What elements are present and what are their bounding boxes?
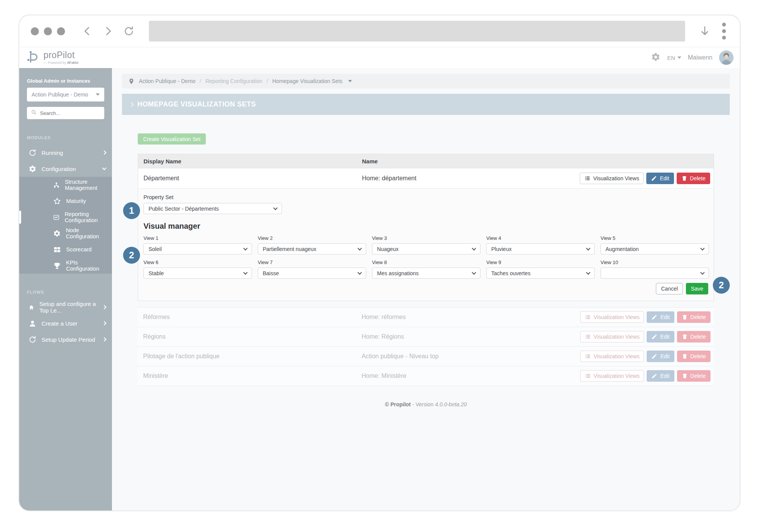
search-icon <box>31 109 37 117</box>
footer-version: 4.0.0-beta.20 <box>435 401 467 407</box>
save-button[interactable]: Save <box>686 283 708 294</box>
powered-by: — Powered by dFakto <box>43 61 78 65</box>
chevron-down-icon[interactable] <box>348 80 352 82</box>
window-dot-icon[interactable] <box>57 27 65 35</box>
chevron-down-icon <box>677 57 681 59</box>
instance-select[interactable]: Action Publique - Demo <box>27 88 104 101</box>
view-8-select[interactable]: Mes assignations <box>372 268 480 279</box>
breadcrumb-item[interactable]: Action Publique - Demo <box>139 78 195 84</box>
edit-button-disabled: Edit <box>647 351 674 362</box>
breadcrumb-item[interactable]: Homepage Visualization Sets <box>272 78 343 84</box>
settings-gear-icon[interactable] <box>651 52 661 63</box>
breadcrumb-separator: / <box>267 78 268 84</box>
browser-menu-icon[interactable] <box>722 23 728 40</box>
view-2-select[interactable]: Partiellement nuageux <box>258 243 366 254</box>
sidebar-item-setup-top-level[interactable]: Setup and configure a Top Le... <box>19 299 112 315</box>
user-icon <box>28 319 37 328</box>
chevron-right-icon <box>129 102 134 107</box>
avatar[interactable] <box>719 50 734 65</box>
sidebar-item-reporting-configuration[interactable]: Reporting Configuration <box>19 209 112 225</box>
chevron-down-icon <box>102 166 106 170</box>
page-title-bar: HOMEPAGE VISUALIZATION SETS <box>122 94 730 115</box>
view-7-select[interactable]: Baisse <box>258 268 366 279</box>
app-name: proPilot <box>43 51 78 60</box>
sidebar-item-label: Structure Management <box>65 179 112 191</box>
property-set-select[interactable]: Public Sector - Départements <box>143 203 282 214</box>
back-icon[interactable] <box>82 25 93 37</box>
view-field: View 2Partiellement nuageux <box>258 235 366 254</box>
window-dot-icon[interactable] <box>44 27 52 35</box>
row-display-name: Réformes <box>138 314 362 321</box>
table-row-disabled: Régions Home: Régions Visualization View… <box>138 327 714 347</box>
chevron-right-icon <box>102 321 106 325</box>
view-6-select[interactable]: Stable <box>143 268 252 279</box>
view-10-select[interactable] <box>601 268 709 279</box>
view-4-select[interactable]: Pluvieux <box>486 243 595 254</box>
refresh-icon[interactable] <box>123 25 135 37</box>
view-field: View 1Soleil <box>143 235 252 254</box>
cancel-button[interactable]: Cancel <box>656 283 683 294</box>
breadcrumb-item[interactable]: Reporting Configuration <box>205 78 262 84</box>
forward-icon[interactable] <box>103 25 114 37</box>
pencil-icon <box>651 353 657 359</box>
sidebar-item-scorecard[interactable]: Scorecard <box>19 241 112 258</box>
create-visualization-set-button[interactable]: Create Visualization Set <box>138 133 206 145</box>
grid-icon <box>53 246 61 254</box>
sidebar-search <box>27 107 104 119</box>
visualization-views-button[interactable]: Visualization Views <box>580 173 644 184</box>
trash-icon <box>682 353 688 359</box>
sidebar-item-kpis-configuration[interactable]: KPIs Configuration <box>19 258 112 274</box>
delete-button[interactable]: Delete <box>677 173 710 184</box>
view-field: View 6Stable <box>143 259 252 279</box>
table-row-disabled: Ministère Home: Ministère Visualization … <box>138 366 714 386</box>
breadcrumb: Action Publique - Demo / Reporting Confi… <box>122 74 730 88</box>
visualization-sets-table: Display Name Name Département Home: dépa… <box>138 154 714 301</box>
sidebar-item-maturity[interactable]: Maturity <box>19 193 112 209</box>
sidebar-item-create-a-user[interactable]: Create a User <box>19 315 112 331</box>
instance-select-value: Action Publique - Demo <box>32 91 88 98</box>
view-9-select[interactable]: Taches ouvertes <box>486 268 595 279</box>
trash-icon <box>681 175 687 181</box>
sidebar-item-configuration[interactable]: Configuration <box>19 161 112 177</box>
view-3-select[interactable]: Nuageux <box>372 243 480 254</box>
chevron-down-icon <box>357 270 362 274</box>
sidebar-item-label: Configuration <box>42 166 76 172</box>
edit-button[interactable]: Edit <box>646 173 674 184</box>
window-dot-icon[interactable] <box>31 27 39 35</box>
chevron-down-icon <box>472 246 476 250</box>
org-chart-icon <box>53 181 60 189</box>
sidebar-item-node-configuration[interactable]: Node Configuration <box>19 225 112 241</box>
pencil-icon <box>651 334 657 340</box>
sidebar-item-label: Setup Update Period <box>42 336 95 343</box>
visualization-views-button-disabled: Visualization Views <box>580 331 644 342</box>
search-input[interactable] <box>40 110 100 116</box>
app-logo: proPilot — Powered by dFakto <box>26 50 78 65</box>
download-icon[interactable] <box>699 25 711 37</box>
row-display-name: Régions <box>138 333 362 340</box>
location-pin-icon <box>128 78 135 85</box>
sidebar-item-setup-update-period[interactable]: Setup Update Period <box>19 331 112 347</box>
chevron-down-icon <box>96 93 100 96</box>
list-icon <box>585 314 591 320</box>
view-field: View 7Baisse <box>258 259 366 279</box>
visual-manager-title: Visual manager <box>143 222 708 231</box>
footer-version-label: - Version <box>412 401 434 407</box>
sidebar-item-running[interactable]: Running <box>19 145 112 161</box>
chevron-down-icon <box>586 270 590 274</box>
annotation-step-badge: 2 <box>713 277 730 294</box>
sidebar-item-label: Setup and configure a Top Le... <box>39 301 98 314</box>
sidebar-item-label: Maturity <box>66 198 86 204</box>
sidebar-item-structure-management[interactable]: Structure Management <box>19 177 112 193</box>
row-name: Home: Ministère <box>362 372 580 379</box>
user-name[interactable]: Maiwenn <box>688 54 712 61</box>
gear-icon <box>53 229 61 238</box>
url-bar[interactable] <box>149 21 685 42</box>
chevron-down-icon <box>243 246 247 250</box>
view-1-select[interactable]: Soleil <box>143 243 252 254</box>
chart-icon <box>53 213 60 221</box>
visualization-views-button-disabled: Visualization Views <box>580 370 644 382</box>
visualization-views-button-disabled: Visualization Views <box>580 311 644 323</box>
language-selector[interactable]: EN <box>667 55 681 61</box>
chevron-down-icon <box>243 270 247 274</box>
view-5-select[interactable]: Augmentation <box>601 243 709 254</box>
